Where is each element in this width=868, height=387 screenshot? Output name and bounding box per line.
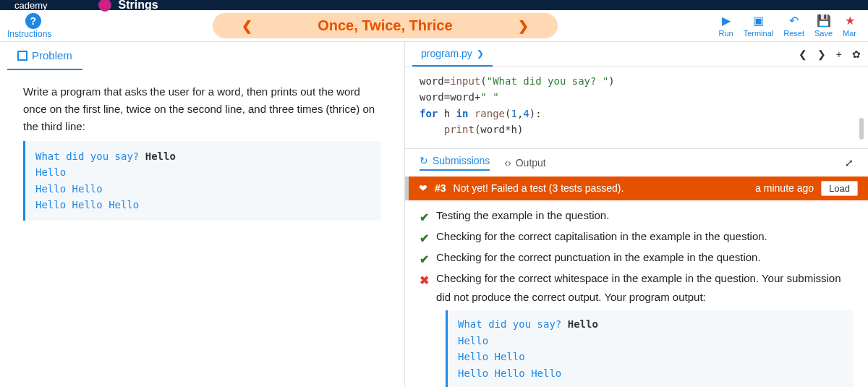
save-button[interactable]: 💾Save [814,14,833,38]
file-tab-bar: program.py ❯ ❮ ❯ + ✿ [405,42,868,67]
result-message: Not yet! Failed a test (3 tests passed). [454,182,624,194]
code-editor[interactable]: word=input("What did you say? ") word=wo… [405,67,868,148]
top-bar: cademy Strings [0,0,868,10]
help-icon[interactable]: ? [25,13,41,29]
star-icon: ★ [845,14,855,27]
code-icon: ‹› [504,157,511,169]
brand-right: Strings [119,0,158,12]
submission-id: #3 [435,182,446,194]
instructions-link[interactable]: Instructions [7,29,51,39]
test-results: ✔Testing the example in the question. ✔C… [405,200,868,387]
test-row: ✔Testing the example in the question. [420,206,854,227]
problem-body: Write a program that asks the user for a… [0,70,404,234]
next-file-button[interactable]: ❯ [817,48,826,60]
cross-icon: ✖ [420,271,429,290]
file-tools: ❮ ❯ + ✿ [799,48,861,60]
header-bar: ? Instructions ❮ Once, Twice, Thrice ❯ ▶… [0,10,868,42]
brand-left: cademy [14,0,48,11]
toolbar: ▶Run ▣Terminal ↶Reset 💾Save ★Mar [718,14,861,38]
add-file-button[interactable]: + [836,48,842,60]
chevron-right-icon: ❯ [477,48,484,59]
problem-tab-label: Problem [32,49,72,61]
test-row: ✔Checking for the correct punctuation in… [420,248,854,269]
undo-icon: ↶ [789,14,799,27]
prev-lesson-button[interactable]: ❮ [242,18,252,34]
lesson-title: Once, Twice, Thrice [318,17,452,34]
prev-file-button[interactable]: ❮ [799,48,807,60]
mark-button[interactable]: ★Mar [843,14,856,38]
run-button[interactable]: ▶Run [718,14,733,38]
play-icon: ▶ [722,14,731,27]
terminal-button[interactable]: ▣Terminal [744,14,774,38]
check-icon: ✔ [420,208,429,227]
file-tab-program[interactable]: program.py ❯ [412,42,493,67]
result-bar[interactable]: ❤ #3 Not yet! Failed a test (3 tests pas… [405,177,868,200]
problem-icon [17,51,27,61]
tab-submissions[interactable]: ↻Submissions [420,155,490,171]
problem-text: Write a program that asks the user for a… [23,83,381,135]
check-icon: ✔ [420,229,429,248]
load-button[interactable]: Load [821,181,858,196]
reset-button[interactable]: ↶Reset [783,14,804,38]
tab-output[interactable]: ‹›Output [504,157,545,169]
problem-pane: Problem Write a program that asks the us… [0,42,405,387]
logo-icon [98,0,111,12]
example-block: What did you say? Hello Hello Hello Hell… [23,141,381,221]
refresh-icon: ↻ [420,155,428,166]
main: Problem Write a program that asks the us… [0,42,868,387]
program-output: What did you say? Hello Hello Hello Hell… [446,310,854,387]
result-time: a minute ago [755,182,814,194]
chevron-down-icon: ❤ [419,182,427,194]
test-row: ✔Checking for the correct capitalisation… [420,227,854,248]
test-row: ✖Checking for the correct whitespace in … [420,269,854,306]
expand-button[interactable]: ⤢ [845,157,854,169]
save-icon: 💾 [817,14,831,27]
scrollbar[interactable] [859,118,864,140]
lesson-title-chip: ❮ Once, Twice, Thrice ❯ [213,13,557,38]
file-name: program.py [421,48,472,59]
bottom-panel: ↻Submissions ‹›Output ⤢ ❤ #3 Not yet! Fa… [405,148,868,387]
editor-pane: program.py ❯ ❮ ❯ + ✿ word=input("What di… [405,42,868,387]
tab-problem[interactable]: Problem [7,42,82,70]
bottom-tabs: ↻Submissions ‹›Output ⤢ [405,149,868,177]
check-icon: ✔ [420,250,429,269]
next-lesson-button[interactable]: ❯ [518,18,529,34]
terminal-icon: ▣ [753,14,764,27]
settings-button[interactable]: ✿ [852,48,861,60]
